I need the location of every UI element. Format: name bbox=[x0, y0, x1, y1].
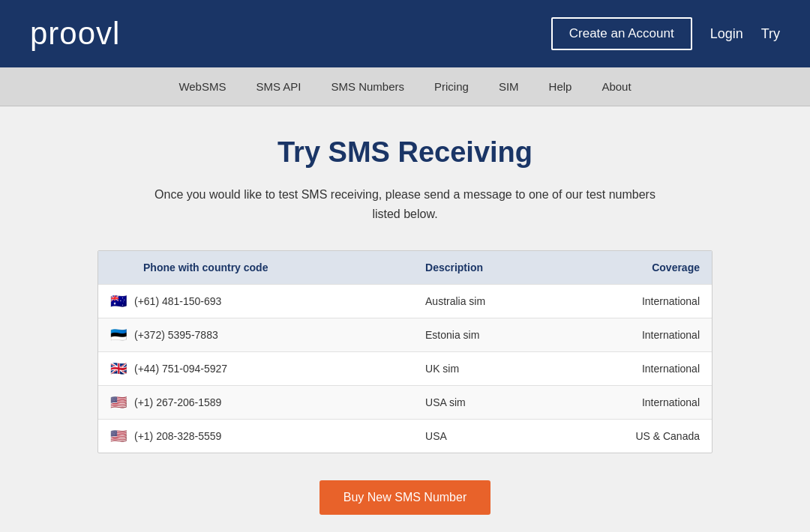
subnav: WebSMS SMS API SMS Numbers Pricing SIM H… bbox=[0, 67, 810, 106]
flag-icon: 🇺🇸 bbox=[110, 396, 127, 409]
flag-icon: 🇪🇪 bbox=[110, 328, 127, 342]
page-title: Try SMS Receiving bbox=[278, 136, 532, 169]
header: proovl Create an Account Login Try bbox=[0, 0, 810, 67]
phone-cell: 🇦🇺(+61) 481-150-693 bbox=[98, 285, 413, 318]
description-cell: USA sim bbox=[413, 386, 559, 420]
coverage-cell: International bbox=[559, 318, 712, 352]
logo: proovl bbox=[30, 16, 120, 52]
flag-icon: 🇺🇸 bbox=[110, 429, 127, 443]
col-header-coverage: Coverage bbox=[559, 251, 712, 285]
phone-cell: 🇬🇧(+44) 751-094-5927 bbox=[98, 352, 413, 386]
table-row: 🇪🇪(+372) 5395-7883Estonia simInternation… bbox=[98, 318, 712, 352]
flag-icon: 🇦🇺 bbox=[110, 294, 127, 308]
phone-number: (+1) 267-206-1589 bbox=[134, 396, 221, 408]
try-button[interactable]: Try bbox=[761, 26, 780, 42]
phone-cell: 🇪🇪(+372) 5395-7883 bbox=[98, 318, 413, 352]
col-header-phone: Phone with country code bbox=[98, 251, 413, 285]
phone-cell: 🇺🇸(+1) 267-206-1589 bbox=[98, 386, 413, 420]
subnav-item-pricing[interactable]: Pricing bbox=[434, 77, 469, 96]
flag-icon: 🇬🇧 bbox=[110, 362, 127, 375]
description-cell: USA bbox=[413, 420, 559, 453]
create-account-button[interactable]: Create an Account bbox=[551, 17, 692, 50]
description-cell: Australia sim bbox=[413, 285, 559, 318]
page-subtitle: Once you would like to test SMS receivin… bbox=[142, 185, 668, 223]
table-header-row: Phone with country code Description Cove… bbox=[98, 251, 712, 285]
coverage-cell: US & Canada bbox=[559, 420, 712, 453]
phone-number: (+372) 5395-7883 bbox=[134, 329, 218, 341]
col-header-description: Description bbox=[413, 251, 559, 285]
subnav-item-about[interactable]: About bbox=[602, 77, 631, 96]
main-content: Try SMS Receiving Once you would like to… bbox=[0, 106, 810, 532]
subnav-item-sms-api[interactable]: SMS API bbox=[256, 77, 301, 96]
coverage-cell: International bbox=[559, 386, 712, 420]
phone-numbers-table-container: Phone with country code Description Cove… bbox=[98, 250, 712, 453]
phone-cell: 🇺🇸(+1) 208-328-5559 bbox=[98, 420, 413, 453]
phone-number: (+1) 208-328-5559 bbox=[134, 430, 221, 442]
table-row: 🇬🇧(+44) 751-094-5927UK simInternational bbox=[98, 352, 712, 386]
description-cell: UK sim bbox=[413, 352, 559, 386]
phone-number: (+44) 751-094-5927 bbox=[134, 363, 227, 375]
buy-sms-number-button[interactable]: Buy New SMS Number bbox=[320, 480, 491, 515]
header-nav: Create an Account Login Try bbox=[551, 17, 780, 50]
table-row: 🇦🇺(+61) 481-150-693Australia simInternat… bbox=[98, 285, 712, 318]
coverage-cell: International bbox=[559, 285, 712, 318]
subnav-item-websms[interactable]: WebSMS bbox=[178, 77, 226, 96]
coverage-cell: International bbox=[559, 352, 712, 386]
subnav-item-sms-numbers[interactable]: SMS Numbers bbox=[331, 77, 404, 96]
login-button[interactable]: Login bbox=[710, 26, 743, 42]
table-row: 🇺🇸(+1) 267-206-1589USA simInternational bbox=[98, 386, 712, 420]
table-row: 🇺🇸(+1) 208-328-5559USAUS & Canada bbox=[98, 420, 712, 453]
phone-numbers-table: Phone with country code Description Cove… bbox=[98, 251, 712, 453]
subnav-item-sim[interactable]: SIM bbox=[499, 77, 519, 96]
description-cell: Estonia sim bbox=[413, 318, 559, 352]
phone-number: (+61) 481-150-693 bbox=[134, 295, 221, 307]
subnav-item-help[interactable]: Help bbox=[549, 77, 572, 96]
